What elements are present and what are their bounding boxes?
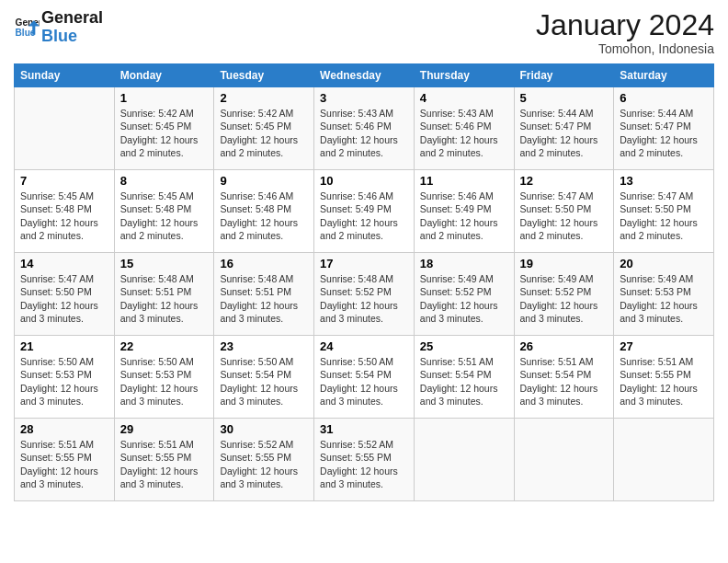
day-info: Sunrise: 5:48 AM Sunset: 5:51 PM Dayligh… — [220, 272, 308, 325]
day-number: 23 — [220, 339, 308, 353]
table-row: 9Sunrise: 5:46 AM Sunset: 5:48 PM Daylig… — [214, 170, 314, 253]
day-number: 21 — [20, 339, 108, 353]
day-number: 28 — [20, 422, 108, 436]
logo-icon: General Blue — [14, 15, 40, 40]
day-number: 26 — [520, 339, 609, 353]
day-info: Sunrise: 5:45 AM Sunset: 5:48 PM Dayligh… — [20, 190, 108, 242]
day-number: 20 — [620, 257, 708, 270]
calendar-week-row: 28Sunrise: 5:51 AM Sunset: 5:55 PM Dayli… — [15, 419, 714, 501]
table-row: 21Sunrise: 5:50 AM Sunset: 5:53 PM Dayli… — [15, 336, 115, 419]
table-row: 18Sunrise: 5:49 AM Sunset: 5:52 PM Dayli… — [414, 253, 514, 336]
day-info: Sunrise: 5:49 AM Sunset: 5:52 PM Dayligh… — [520, 272, 609, 325]
table-row: 22Sunrise: 5:50 AM Sunset: 5:53 PM Dayli… — [114, 336, 214, 419]
day-info: Sunrise: 5:51 AM Sunset: 5:55 PM Dayligh… — [20, 438, 108, 490]
day-number: 24 — [320, 339, 408, 353]
day-number: 15 — [120, 257, 209, 270]
day-number: 19 — [520, 257, 609, 270]
day-number: 31 — [320, 422, 408, 436]
day-info: Sunrise: 5:49 AM Sunset: 5:53 PM Dayligh… — [620, 272, 708, 325]
day-number: 3 — [320, 91, 408, 105]
table-row: 23Sunrise: 5:50 AM Sunset: 5:54 PM Dayli… — [214, 336, 314, 419]
day-info: Sunrise: 5:48 AM Sunset: 5:52 PM Dayligh… — [320, 272, 408, 325]
table-row: 14Sunrise: 5:47 AM Sunset: 5:50 PM Dayli… — [15, 253, 115, 336]
table-row: 1Sunrise: 5:42 AM Sunset: 5:45 PM Daylig… — [114, 87, 214, 170]
page-header: General Blue GeneralBlue January 2024 To… — [14, 9, 714, 56]
table-row — [614, 419, 714, 501]
day-info: Sunrise: 5:51 AM Sunset: 5:54 PM Dayligh… — [420, 355, 508, 408]
table-row: 5Sunrise: 5:44 AM Sunset: 5:47 PM Daylig… — [514, 87, 614, 170]
table-row: 8Sunrise: 5:45 AM Sunset: 5:48 PM Daylig… — [114, 170, 214, 253]
month-title: January 2024 — [536, 9, 714, 41]
table-row — [514, 419, 614, 501]
day-info: Sunrise: 5:47 AM Sunset: 5:50 PM Dayligh… — [20, 272, 108, 325]
calendar-week-row: 14Sunrise: 5:47 AM Sunset: 5:50 PM Dayli… — [15, 253, 714, 336]
day-number: 27 — [620, 339, 708, 353]
day-number: 17 — [320, 257, 408, 270]
table-row: 30Sunrise: 5:52 AM Sunset: 5:55 PM Dayli… — [214, 419, 314, 501]
table-row: 6Sunrise: 5:44 AM Sunset: 5:47 PM Daylig… — [614, 87, 714, 170]
table-row: 7Sunrise: 5:45 AM Sunset: 5:48 PM Daylig… — [15, 170, 115, 253]
day-number: 6 — [620, 91, 708, 105]
day-info: Sunrise: 5:43 AM Sunset: 5:46 PM Dayligh… — [320, 107, 408, 159]
header-tuesday: Tuesday — [214, 64, 314, 87]
day-info: Sunrise: 5:52 AM Sunset: 5:55 PM Dayligh… — [320, 438, 408, 490]
table-row: 16Sunrise: 5:48 AM Sunset: 5:51 PM Dayli… — [214, 253, 314, 336]
day-number: 13 — [620, 174, 708, 188]
day-number: 12 — [520, 174, 609, 188]
header-saturday: Saturday — [614, 64, 714, 87]
table-row: 20Sunrise: 5:49 AM Sunset: 5:53 PM Dayli… — [614, 253, 714, 336]
day-info: Sunrise: 5:42 AM Sunset: 5:45 PM Dayligh… — [120, 107, 209, 159]
day-info: Sunrise: 5:51 AM Sunset: 5:55 PM Dayligh… — [120, 438, 209, 490]
table-row: 15Sunrise: 5:48 AM Sunset: 5:51 PM Dayli… — [114, 253, 214, 336]
day-info: Sunrise: 5:45 AM Sunset: 5:48 PM Dayligh… — [120, 190, 209, 242]
day-number: 25 — [420, 339, 508, 353]
table-row: 2Sunrise: 5:42 AM Sunset: 5:45 PM Daylig… — [214, 87, 314, 170]
header-wednesday: Wednesday — [314, 64, 415, 87]
table-row — [414, 419, 514, 501]
table-row: 11Sunrise: 5:46 AM Sunset: 5:49 PM Dayli… — [414, 170, 514, 253]
header-friday: Friday — [514, 64, 614, 87]
day-info: Sunrise: 5:42 AM Sunset: 5:45 PM Dayligh… — [220, 107, 308, 159]
table-row: 31Sunrise: 5:52 AM Sunset: 5:55 PM Dayli… — [314, 419, 415, 501]
logo: General Blue GeneralBlue — [14, 9, 103, 46]
day-info: Sunrise: 5:43 AM Sunset: 5:46 PM Dayligh… — [420, 107, 508, 159]
day-info: Sunrise: 5:52 AM Sunset: 5:55 PM Dayligh… — [220, 438, 308, 490]
day-info: Sunrise: 5:51 AM Sunset: 5:55 PM Dayligh… — [620, 355, 708, 408]
day-info: Sunrise: 5:50 AM Sunset: 5:53 PM Dayligh… — [20, 355, 108, 408]
day-info: Sunrise: 5:47 AM Sunset: 5:50 PM Dayligh… — [520, 190, 609, 242]
calendar-week-row: 7Sunrise: 5:45 AM Sunset: 5:48 PM Daylig… — [15, 170, 714, 253]
day-info: Sunrise: 5:51 AM Sunset: 5:54 PM Dayligh… — [520, 355, 609, 408]
day-info: Sunrise: 5:46 AM Sunset: 5:49 PM Dayligh… — [420, 190, 508, 242]
table-row: 3Sunrise: 5:43 AM Sunset: 5:46 PM Daylig… — [314, 87, 415, 170]
day-info: Sunrise: 5:46 AM Sunset: 5:48 PM Dayligh… — [220, 190, 308, 242]
day-number: 30 — [220, 422, 308, 436]
day-info: Sunrise: 5:44 AM Sunset: 5:47 PM Dayligh… — [620, 107, 708, 159]
table-row — [15, 87, 115, 170]
day-number: 1 — [120, 91, 209, 105]
table-row: 10Sunrise: 5:46 AM Sunset: 5:49 PM Dayli… — [314, 170, 415, 253]
location-subtitle: Tomohon, Indonesia — [536, 41, 714, 56]
calendar-week-row: 21Sunrise: 5:50 AM Sunset: 5:53 PM Dayli… — [15, 336, 714, 419]
day-number: 10 — [320, 174, 408, 188]
table-row: 17Sunrise: 5:48 AM Sunset: 5:52 PM Dayli… — [314, 253, 415, 336]
calendar-table: Sunday Monday Tuesday Wednesday Thursday… — [14, 63, 714, 501]
day-number: 4 — [420, 91, 508, 105]
day-number: 7 — [20, 174, 108, 188]
day-number: 8 — [120, 174, 209, 188]
day-number: 11 — [420, 174, 508, 188]
table-row: 19Sunrise: 5:49 AM Sunset: 5:52 PM Dayli… — [514, 253, 614, 336]
day-info: Sunrise: 5:49 AM Sunset: 5:52 PM Dayligh… — [420, 272, 508, 325]
table-row: 26Sunrise: 5:51 AM Sunset: 5:54 PM Dayli… — [514, 336, 614, 419]
day-info: Sunrise: 5:48 AM Sunset: 5:51 PM Dayligh… — [120, 272, 209, 325]
table-row: 29Sunrise: 5:51 AM Sunset: 5:55 PM Dayli… — [114, 419, 214, 501]
calendar-header-row: Sunday Monday Tuesday Wednesday Thursday… — [15, 64, 714, 87]
table-row: 4Sunrise: 5:43 AM Sunset: 5:46 PM Daylig… — [414, 87, 514, 170]
day-info: Sunrise: 5:46 AM Sunset: 5:49 PM Dayligh… — [320, 190, 408, 242]
day-info: Sunrise: 5:50 AM Sunset: 5:54 PM Dayligh… — [220, 355, 308, 408]
day-number: 2 — [220, 91, 308, 105]
header-thursday: Thursday — [414, 64, 514, 87]
table-row: 12Sunrise: 5:47 AM Sunset: 5:50 PM Dayli… — [514, 170, 614, 253]
table-row: 27Sunrise: 5:51 AM Sunset: 5:55 PM Dayli… — [614, 336, 714, 419]
day-number: 16 — [220, 257, 308, 270]
day-info: Sunrise: 5:50 AM Sunset: 5:53 PM Dayligh… — [120, 355, 209, 408]
